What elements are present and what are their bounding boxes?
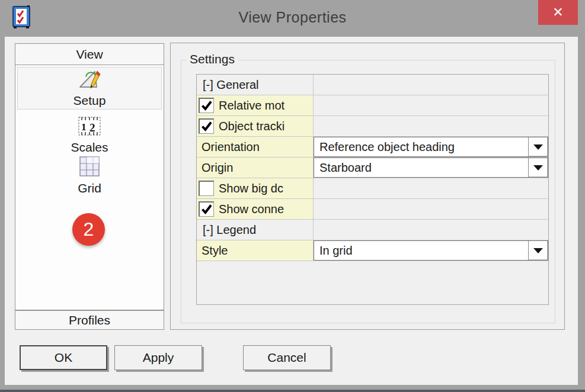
settings-group-box: Settings [-] GeneralRelative motObject t… [181,60,555,323]
property-row[interactable]: OriginStarboard [197,158,548,178]
dropdown[interactable]: In grid [314,240,548,261]
chevron-down-icon [533,144,543,150]
settings-panel: Settings [-] GeneralRelative motObject t… [170,43,565,330]
sidebar: Setup 1 2 Scales Grid [15,65,164,310]
property-value-cell [314,95,548,115]
checkbox-checked[interactable] [199,98,214,113]
sidebar-header-label: View [76,47,103,62]
property-label-cell: Style [197,240,314,261]
profiles-label: Profiles [69,313,110,327]
sidebar-item-scales[interactable]: 1 2 Scales [15,116,164,155]
category-label-cell: [-] Legend [197,220,314,240]
grid-icon [15,156,164,180]
sidebar-item-grid[interactable]: Grid [15,156,164,195]
window-title: View Properties [0,9,585,26]
property-label: [-] General [203,78,258,92]
property-label: Origin [202,161,233,175]
cancel-button-label: Cancel [267,351,306,365]
sidebar-item-setup[interactable]: Setup [17,67,162,110]
sidebar-header-view[interactable]: View [15,43,164,65]
cancel-button[interactable]: Cancel [243,345,331,370]
ok-button[interactable]: OK [20,345,107,370]
property-label-cell: Orientation [197,137,314,157]
property-row[interactable]: OrientationReference object heading [197,137,548,158]
window-bottom-edge [0,390,585,392]
titlebar[interactable]: View Properties ✕ [0,0,585,37]
property-label-cell: Relative mot [197,95,314,115]
svg-text:1: 1 [81,121,87,133]
property-value-cell [314,178,548,198]
property-value-cell [314,75,548,95]
property-grid[interactable]: [-] GeneralRelative motObject trackiOrie… [196,74,549,305]
property-row[interactable]: Show big dc [197,178,548,199]
close-button[interactable]: ✕ [538,0,578,25]
property-label: Orientation [202,140,260,154]
dropdown-button[interactable] [528,241,548,260]
dropdown[interactable]: Starboard [314,158,548,178]
category-label-cell: [-] General [197,75,314,95]
badge-number: 2 [84,219,94,240]
category-row[interactable]: [-] General [197,75,548,95]
property-label: Show big dc [219,182,283,195]
property-label: Object tracki [219,120,284,133]
property-value-cell [314,199,548,219]
property-value-cell: In grid [314,240,548,261]
dropdown-button[interactable] [528,158,548,177]
sidebar-item-label: Grid [78,181,101,195]
property-label: Style [202,244,228,258]
sidebar-item-label: Scales [71,140,108,154]
property-row[interactable]: Show conne [197,199,548,220]
checkbox-checked[interactable] [199,118,214,134]
settings-group-label: Settings [186,52,238,66]
property-value-cell: Reference object heading [314,137,548,157]
property-value-cell [314,116,548,136]
property-row[interactable]: Object tracki [197,116,548,137]
sidebar-item-label: Setup [73,94,106,108]
ruler-icon: 1 2 [15,116,164,139]
dropdown-value: In grid [314,241,528,260]
property-value-cell [314,220,548,240]
apply-button-label: Apply [143,351,174,365]
checkbox-checked[interactable] [199,201,214,217]
dropdown-value: Starboard [314,158,528,177]
property-label-cell: Origin [197,158,314,178]
property-value-cell: Starboard [314,158,548,178]
sidebar-footer-profiles[interactable]: Profiles [15,310,164,330]
chevron-down-icon [533,248,543,253]
step-2-annotation-badge: 2 [72,213,105,246]
property-label-cell: Object tracki [197,116,314,136]
close-icon: ✕ [552,5,563,20]
property-label-cell: Show big dc [197,178,314,198]
protractor-pencil-icon [78,69,101,93]
dialog-body: View Setup 1 2 [5,37,578,385]
svg-text:2: 2 [89,121,95,134]
category-row[interactable]: [-] Legend [197,220,548,240]
apply-button[interactable]: Apply [114,345,202,370]
dropdown[interactable]: Reference object heading [314,137,548,157]
dropdown-value: Reference object heading [314,137,528,156]
property-row[interactable]: StyleIn grid [197,240,548,261]
property-label: [-] Legend [203,223,256,237]
property-label-cell: Show conne [197,199,314,219]
property-label: Show conne [219,203,284,216]
ok-button-label: OK [55,351,72,365]
property-label: Relative mot [219,99,284,113]
property-row[interactable]: Relative mot [197,95,548,116]
checkbox-unchecked[interactable] [199,181,214,196]
chevron-down-icon [533,165,543,171]
dropdown-button[interactable] [528,137,548,156]
